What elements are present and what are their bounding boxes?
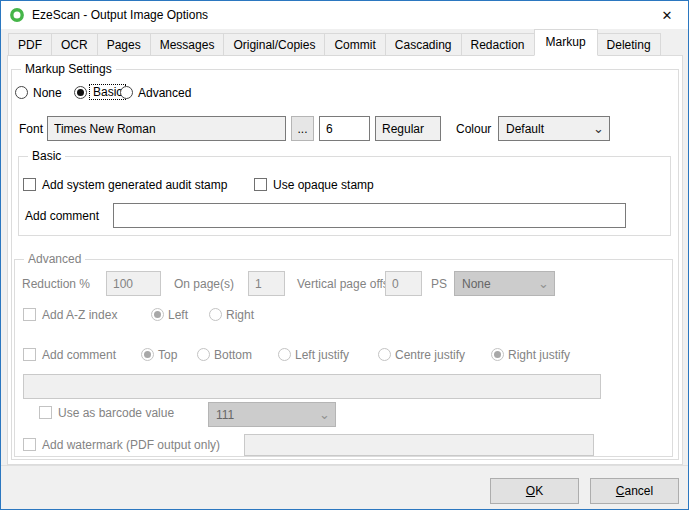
ps-select-value: None	[462, 277, 491, 291]
centre-justify-label: Centre justify	[395, 348, 465, 362]
cancel-button[interactable]: Cancel	[590, 478, 679, 504]
right-justify-radio	[491, 348, 504, 361]
centre-justify-radio	[378, 348, 391, 361]
button-bar: OK Cancel	[1, 465, 688, 510]
barcode-select-value: 111	[216, 408, 234, 422]
add-comment-label: Add comment	[25, 209, 99, 223]
tab-cascading[interactable]: Cascading	[385, 33, 462, 56]
right-justify-label: Right justify	[508, 348, 570, 362]
font-style-field[interactable]	[375, 116, 441, 141]
az-right-radio	[209, 308, 222, 321]
reduction-label: Reduction %	[22, 277, 90, 291]
dialog-window: EzeScan - Output Image Options ✕ PDF OCR…	[0, 0, 689, 510]
window-title: EzeScan - Output Image Options	[32, 8, 208, 22]
ps-label: PS	[431, 277, 447, 291]
tab-redaction[interactable]: Redaction	[461, 33, 535, 56]
colour-select[interactable]: Default ⌄	[498, 116, 610, 141]
vertical-offset-label: Vertical page offset	[297, 277, 399, 291]
font-size-field[interactable]	[319, 116, 370, 141]
tab-commit[interactable]: Commit	[324, 33, 385, 56]
cancel-button-rest: ancel	[624, 484, 653, 498]
tab-original-copies[interactable]: Original/Copies	[223, 33, 325, 56]
barcode-checkbox	[39, 406, 52, 419]
ezescan-logo-icon	[9, 7, 25, 23]
mode-none-radio[interactable]	[15, 86, 28, 99]
comment-bottom-radio	[197, 348, 210, 361]
barcode-label: Use as barcode value	[58, 406, 174, 420]
mode-advanced-label[interactable]: Advanced	[138, 86, 191, 100]
comment-top-label: Top	[158, 348, 177, 362]
ok-button-accel: O	[526, 484, 535, 498]
tab-ocr[interactable]: OCR	[51, 33, 98, 56]
chevron-down-icon: ⌄	[319, 410, 330, 420]
basic-legend: Basic	[28, 149, 65, 163]
markup-settings-legend: Markup Settings	[21, 62, 116, 76]
on-pages-field	[248, 271, 285, 296]
az-index-label: Add A-Z index	[42, 308, 117, 322]
font-name-field[interactable]	[47, 116, 286, 141]
az-index-checkbox	[23, 308, 36, 321]
left-justify-label: Left justify	[295, 348, 349, 362]
vertical-offset-field	[385, 271, 422, 296]
comment-top-radio	[141, 348, 154, 361]
close-icon[interactable]: ✕	[646, 1, 688, 29]
font-label: Font	[19, 122, 43, 136]
colour-select-value: Default	[506, 122, 544, 136]
left-justify-radio	[278, 348, 291, 361]
mode-basic-radio[interactable]	[74, 86, 87, 99]
tab-pdf[interactable]: PDF	[8, 33, 52, 56]
add-comment-field[interactable]	[113, 203, 626, 228]
ps-select: None ⌄	[454, 271, 555, 296]
opaque-stamp-checkbox[interactable]	[254, 178, 267, 191]
az-right-label: Right	[226, 308, 254, 322]
ok-button-rest: K	[535, 484, 543, 498]
audit-stamp-checkbox[interactable]	[23, 178, 36, 191]
adv-comment-checkbox	[23, 348, 36, 361]
advanced-legend: Advanced	[24, 252, 85, 266]
az-left-label: Left	[168, 308, 188, 322]
watermark-field	[244, 434, 594, 456]
tab-deleting[interactable]: Deleting	[597, 33, 661, 56]
audit-stamp-label[interactable]: Add system generated audit stamp	[42, 178, 227, 192]
tab-messages[interactable]: Messages	[150, 33, 225, 56]
reduction-field	[106, 271, 161, 296]
az-left-radio	[151, 308, 164, 321]
on-pages-label: On page(s)	[174, 277, 234, 291]
tab-bar: PDF OCR Pages Messages Original/Copies C…	[8, 29, 681, 56]
adv-comment-field	[23, 374, 601, 399]
mode-advanced-radio[interactable]	[120, 86, 133, 99]
mode-none-label[interactable]: None	[33, 86, 62, 100]
opaque-stamp-label[interactable]: Use opaque stamp	[273, 178, 374, 192]
comment-bottom-label: Bottom	[214, 348, 252, 362]
tab-markup[interactable]: Markup	[534, 29, 598, 56]
colour-label: Colour	[456, 122, 491, 136]
chevron-down-icon: ⌄	[538, 279, 549, 289]
font-browse-button[interactable]: ...	[291, 116, 314, 141]
ok-button[interactable]: OK	[490, 478, 579, 504]
barcode-select: 111 ⌄	[208, 402, 336, 427]
watermark-checkbox	[23, 438, 36, 451]
tab-pages[interactable]: Pages	[97, 33, 151, 56]
watermark-label: Add watermark (PDF output only)	[42, 438, 220, 452]
title-bar: EzeScan - Output Image Options ✕	[1, 1, 688, 29]
chevron-down-icon: ⌄	[593, 124, 604, 134]
adv-comment-label: Add comment	[42, 348, 116, 362]
